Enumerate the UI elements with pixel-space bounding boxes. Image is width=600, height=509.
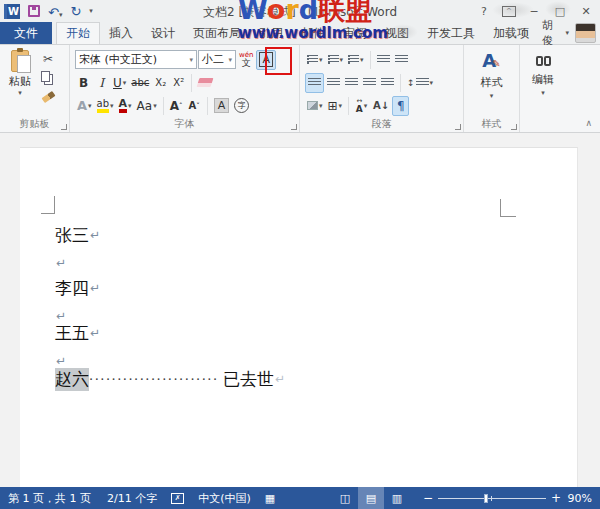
character-scaling-button[interactable]: ↔A▾: [353, 96, 370, 116]
decrease-indent-button[interactable]: [375, 50, 392, 70]
maximize-button[interactable]: □: [552, 5, 568, 18]
format-painter-icon[interactable]: [38, 88, 58, 105]
align-left-button[interactable]: [305, 73, 324, 93]
change-case-button[interactable]: Aa▾: [135, 96, 159, 116]
font-dialog-launcher[interactable]: [291, 124, 297, 130]
line-spacing-caret-icon[interactable]: ▾: [430, 79, 434, 87]
paste-button[interactable]: 粘贴 ▾: [2, 48, 38, 97]
shrink-font-button[interactable]: A˅: [186, 96, 203, 116]
doc-line-5[interactable]: 王五↵: [55, 322, 100, 344]
phonetic-guide-button[interactable]: wén文: [237, 50, 255, 70]
superscript-button[interactable]: X²: [170, 73, 187, 93]
character-shading-button[interactable]: A: [212, 96, 232, 116]
macro-record-icon[interactable]: ▦: [265, 492, 275, 505]
zoom-out-button[interactable]: −: [420, 491, 436, 505]
zoom-slider[interactable]: [438, 498, 546, 499]
borders-button[interactable]: ⊞▾: [326, 96, 345, 116]
zoom-level[interactable]: 90%: [564, 492, 600, 505]
distribute-button[interactable]: [379, 73, 396, 93]
align-center-button[interactable]: [325, 73, 342, 93]
text-effects-button[interactable]: A▾: [75, 96, 94, 116]
account-menu[interactable]: 胡俊 ▾: [538, 22, 573, 44]
tab-page-layout[interactable]: 页面布局: [184, 22, 250, 44]
tab-developer[interactable]: 开发工具: [418, 22, 484, 44]
clipboard-dialog-launcher[interactable]: [61, 124, 67, 130]
doc-line-2-empty[interactable]: ↵: [55, 252, 66, 274]
show-hide-marks-button[interactable]: ¶: [392, 96, 409, 116]
sort-button[interactable]: A↓: [371, 96, 391, 116]
page-indicator[interactable]: 第 1 页，共 1 页: [0, 491, 99, 506]
zoom-in-button[interactable]: +: [548, 491, 564, 505]
print-layout-icon[interactable]: ▤: [358, 487, 384, 509]
collapse-ribbon-icon[interactable]: ∧: [585, 118, 592, 128]
styles-button[interactable]: A✎ 样式 ▾: [466, 48, 517, 100]
strikethrough-button[interactable]: abc: [129, 73, 151, 93]
language-indicator[interactable]: 中文(中国): [190, 491, 259, 506]
word-count[interactable]: 2/11 个字: [99, 491, 165, 506]
doc-line-7[interactable]: 赵六·······················已去世↵: [55, 368, 285, 390]
font-color-button[interactable]: A▾: [117, 96, 134, 116]
tab-design[interactable]: 设计: [142, 22, 184, 44]
font-color-caret-icon[interactable]: ▾: [128, 102, 132, 110]
font-name-combobox[interactable]: 宋体 (中文正文) ▾: [75, 50, 197, 69]
subscript-button[interactable]: X₂: [152, 73, 169, 93]
multilevel-list-button[interactable]: ▾: [346, 50, 366, 70]
bold-button[interactable]: B: [75, 73, 92, 93]
tab-mailings[interactable]: 邮件: [292, 22, 334, 44]
tab-references[interactable]: 引用: [250, 22, 292, 44]
borders-caret-icon[interactable]: ▾: [339, 102, 343, 110]
highlight-caret-icon[interactable]: ▾: [110, 102, 114, 110]
tab-addins[interactable]: 加载项: [484, 22, 538, 44]
underline-caret-icon[interactable]: ▾: [123, 79, 127, 87]
ribbon-display-options-icon[interactable]: ^: [502, 6, 516, 17]
increase-indent-button[interactable]: [393, 50, 410, 70]
line-spacing-button[interactable]: ↕▾: [405, 73, 435, 93]
numbering-button[interactable]: ▾: [326, 50, 346, 70]
styles-dialog-launcher[interactable]: [511, 124, 517, 130]
web-layout-icon[interactable]: ▥: [384, 487, 410, 509]
document-page[interactable]: [20, 147, 578, 487]
text-effects-caret-icon[interactable]: ▾: [88, 102, 92, 110]
editing-caret-icon[interactable]: ▾: [541, 89, 545, 97]
cut-icon[interactable]: ✂: [38, 50, 58, 67]
justify-button[interactable]: [361, 73, 378, 93]
paragraph-dialog-launcher[interactable]: [455, 124, 461, 130]
doc-line-3[interactable]: 李四↵: [55, 277, 100, 299]
avatar[interactable]: [575, 23, 596, 43]
character-scaling-caret-icon[interactable]: ▾: [364, 102, 368, 110]
bullets-button[interactable]: ▾: [305, 50, 325, 70]
tab-view[interactable]: 视图: [376, 22, 418, 44]
font-name-caret-icon[interactable]: ▾: [189, 56, 193, 64]
underline-button[interactable]: U▾: [111, 73, 128, 93]
enclose-characters-button[interactable]: 字: [232, 96, 251, 116]
help-button[interactable]: ?: [476, 5, 492, 18]
proofing-errors-icon[interactable]: ✗: [171, 493, 184, 504]
font-size-caret-icon[interactable]: ▾: [228, 56, 232, 64]
selected-text[interactable]: 赵六: [55, 368, 89, 391]
italic-button[interactable]: I: [93, 73, 110, 93]
multilevel-caret-icon[interactable]: ▾: [360, 56, 364, 64]
close-button[interactable]: ✕: [578, 5, 594, 18]
zoom-slider-thumb[interactable]: [484, 494, 488, 503]
paste-caret-icon[interactable]: ▾: [18, 89, 22, 97]
doc-line-1[interactable]: 张三↵: [55, 224, 100, 246]
read-mode-icon[interactable]: ◫: [332, 487, 358, 509]
shading-button[interactable]: ▾: [305, 96, 325, 116]
tab-review[interactable]: 审阅: [334, 22, 376, 44]
font-size-combobox[interactable]: 小二 ▾: [198, 50, 236, 69]
tab-insert[interactable]: 插入: [100, 22, 142, 44]
clear-formatting-button[interactable]: [196, 73, 214, 93]
bullets-caret-icon[interactable]: ▾: [319, 56, 323, 64]
highlight-color-button[interactable]: ab▾: [95, 96, 116, 116]
document-area[interactable]: 张三↵ ↵ 李四↵ ↵ 王五↵ ↵ 赵六····················…: [0, 133, 600, 487]
numbering-caret-icon[interactable]: ▾: [340, 56, 344, 64]
tab-file[interactable]: 文件: [0, 22, 52, 44]
tab-home[interactable]: 开始: [56, 22, 100, 44]
change-case-caret-icon[interactable]: ▾: [153, 102, 157, 110]
shading-caret-icon[interactable]: ▾: [319, 102, 323, 110]
align-right-button[interactable]: [343, 73, 360, 93]
styles-caret-icon[interactable]: ▾: [490, 92, 494, 100]
minimize-button[interactable]: ─: [526, 5, 542, 18]
grow-font-button[interactable]: A˄: [168, 96, 185, 116]
copy-icon[interactable]: [38, 69, 58, 86]
